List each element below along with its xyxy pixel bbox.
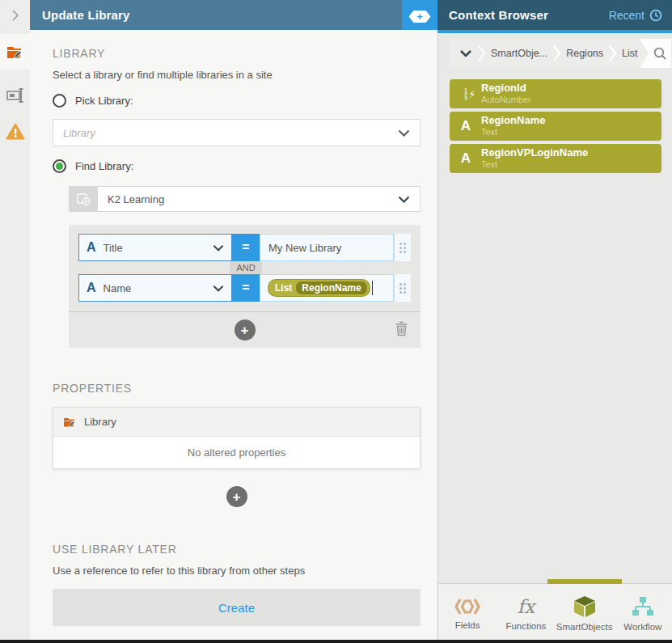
drag-dots-icon [399, 243, 406, 253]
window-bottom-edge [0, 640, 672, 643]
search-button[interactable] [649, 46, 671, 61]
site-dropdown-field[interactable]: K2 Learning [98, 186, 421, 212]
tab-label: Functions [505, 621, 546, 631]
site-dropdown[interactable]: K2 Learning [69, 186, 421, 212]
clock-icon [649, 9, 662, 22]
tab-label: Workflow [623, 622, 661, 632]
add-property-button[interactable]: + [226, 486, 247, 507]
chevron-down-icon [398, 196, 410, 203]
autonumber-icon: 123⚡ [456, 88, 475, 100]
collapse-panel-button[interactable] [0, 0, 30, 30]
site-icon [69, 186, 98, 212]
drag-dots-icon [399, 283, 406, 294]
library-folder-edit-icon [63, 416, 77, 428]
sidebar-item-warning[interactable] [0, 113, 30, 149]
properties-card: Library No altered properties [53, 407, 421, 469]
step-title: Update Library [42, 8, 130, 22]
step-config-panel: LIBRARY Select a library or find multipl… [30, 30, 437, 640]
field-token[interactable]: List RegionName [268, 280, 370, 296]
tab-workflow[interactable]: Workflow [614, 584, 672, 640]
active-tab-indicator [547, 579, 622, 584]
pick-library-option[interactable]: Pick Library: [53, 94, 421, 108]
context-browser-title: Context Browser [449, 8, 548, 22]
step-header: Update Library [30, 0, 402, 30]
text-type-icon: A [456, 150, 475, 167]
workflow-icon [631, 596, 655, 618]
tab-smartobjects[interactable]: SmartObjects [556, 584, 614, 640]
filter-field-dropdown[interactable]: A Name [78, 274, 232, 302]
breadcrumb-item-regions[interactable]: Regions [561, 48, 608, 59]
smartobjects-icon [573, 595, 597, 618]
library-section-description: Select a library or find multiple librar… [53, 69, 421, 81]
filter-row-2: A Name = List RegionName [78, 274, 411, 302]
field-name: RegionName [481, 115, 545, 127]
create-reference-button[interactable]: Create [53, 589, 421, 626]
sidebar-item-rename[interactable] [0, 78, 30, 113]
library-folder-edit-icon [6, 44, 24, 60]
field-item-regionid[interactable]: 123⚡ RegionId AutoNumber [450, 79, 661, 108]
breadcrumb-item-smartobjects[interactable]: SmartObje... [486, 48, 552, 59]
find-library-option[interactable]: Find Library: [53, 159, 421, 173]
use-later-section-heading: USE LIBRARY LATER [53, 543, 421, 556]
tab-label: SmartObjects [556, 622, 613, 632]
rename-icon [6, 87, 24, 104]
breadcrumb-separator-icon [552, 44, 561, 62]
warning-icon [6, 123, 25, 140]
filter-field-dropdown[interactable]: A Title [78, 234, 232, 261]
text-type-icon: A [87, 240, 96, 255]
find-library-label: Find Library: [75, 160, 133, 172]
tab-fields[interactable]: Fields [438, 584, 497, 640]
chevron-down-icon [213, 285, 224, 292]
fields-icon [454, 597, 481, 616]
context-browser-header: Context Browser Recent [437, 0, 672, 33]
context-browser-tabbar: Fields fx Functions SmartObjects [438, 583, 672, 640]
chevron-down-icon [398, 129, 410, 137]
context-browser-toggle-button[interactable]: + [402, 0, 437, 33]
find-library-radio[interactable] [53, 159, 66, 173]
text-cursor [372, 281, 373, 295]
pick-library-radio[interactable] [53, 94, 66, 108]
step-sidebar [0, 30, 30, 640]
functions-icon: fx [518, 596, 535, 617]
breadcrumb-expand-button[interactable] [454, 49, 477, 57]
library-dropdown[interactable]: Library [53, 119, 421, 146]
recent-button[interactable]: Recent [609, 9, 662, 22]
properties-card-header[interactable]: Library [53, 408, 420, 436]
chevron-down-icon [213, 244, 224, 252]
app-window: Update Library + Context Browser Recent [0, 0, 672, 643]
properties-section-heading: PROPERTIES [53, 382, 421, 395]
field-type: Text [481, 127, 545, 137]
site-dropdown-value: K2 Learning [108, 193, 164, 205]
filter-operator-button[interactable]: = [232, 234, 260, 261]
filter-value-input[interactable]: My New Library [260, 234, 394, 261]
token-scope: List [275, 282, 292, 294]
filter-operator-button[interactable]: = [232, 274, 260, 302]
tab-functions[interactable]: fx Functions [497, 584, 555, 640]
pick-library-label: Pick Library: [75, 95, 133, 107]
hexagon-plus-icon: + [409, 11, 431, 23]
chevron-right-icon [11, 10, 20, 21]
tab-label: Fields [455, 620, 480, 630]
breadcrumb-item-list[interactable]: List [617, 48, 642, 59]
filter-field-value: Title [104, 242, 123, 254]
add-filter-button[interactable]: + [235, 319, 256, 341]
field-item-regionname[interactable]: A RegionName Text [450, 112, 661, 141]
filter-footer: + [69, 311, 421, 348]
drag-handle[interactable] [394, 234, 411, 261]
field-item-regionvploginname[interactable]: A RegionVPLoginName Text [450, 144, 661, 173]
breadcrumb-chips: SmartObje... Regions List [450, 39, 649, 68]
breadcrumb-separator-icon [608, 44, 617, 62]
text-type-icon: A [87, 281, 96, 295]
fields-list: 123⚡ RegionId AutoNumber A RegionName Te… [450, 79, 661, 173]
delete-filter-button[interactable] [395, 321, 408, 336]
library-dropdown-placeholder: Library [63, 127, 95, 139]
library-section-heading: LIBRARY [53, 47, 421, 60]
field-type: AutoNumber [481, 95, 531, 105]
use-later-description: Use a reference to refer to this library… [53, 565, 421, 577]
field-type: Text [481, 159, 588, 170]
filter-builder: A Title = My New Library AND A Name [69, 225, 421, 348]
text-type-icon: A [456, 118, 475, 134]
filter-value-input[interactable]: List RegionName [260, 274, 394, 302]
sidebar-item-library[interactable] [0, 34, 30, 70]
drag-handle[interactable] [394, 274, 411, 302]
